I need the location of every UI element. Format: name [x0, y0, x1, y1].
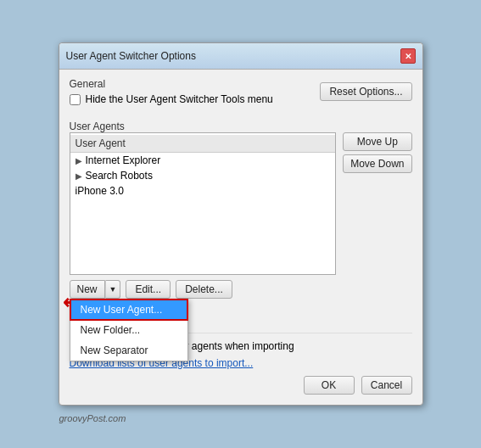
hide-tools-checkbox[interactable] — [70, 94, 81, 105]
list-item[interactable]: ▶ Internet Explorer — [70, 153, 336, 168]
user-agents-label: User Agents — [70, 120, 125, 132]
hide-tools-label: Hide the User Agent Switcher Tools menu — [86, 93, 273, 105]
move-down-button[interactable]: Move Down — [343, 154, 411, 173]
dialog-window: User Agent Switcher Options ✕ General Hi… — [59, 42, 423, 406]
general-label: General — [70, 78, 106, 90]
new-folder-item[interactable]: New Folder... — [70, 320, 187, 340]
new-dropdown-menu: New User Agent... New Folder... New Sepa… — [70, 299, 188, 361]
hide-tools-row: Hide the User Agent Switcher Tools menu — [70, 93, 273, 105]
user-agents-section: User Agents User Agent ▶ Internet Explor… — [70, 120, 412, 324]
bottom-row: New ▼ New User Agent... New Folder... Ne… — [70, 280, 412, 299]
new-user-agent-item[interactable]: New User Agent... — [70, 300, 187, 320]
title-bar: User Agent Switcher Options ✕ — [59, 43, 422, 70]
list-item[interactable]: iPhone 3.0 — [70, 183, 336, 199]
agents-list-wrapper: User Agent ▶ Internet Explorer ▶ Search … — [70, 132, 337, 275]
agents-container: User Agent ▶ Internet Explorer ▶ Search … — [70, 132, 412, 275]
dialog-body: General Hide the User Agent Switcher Too… — [59, 70, 422, 405]
new-separator-item[interactable]: New Separator — [70, 340, 187, 361]
list-item[interactable]: ▶ Search Robots — [70, 168, 336, 183]
actions-area: ⟵ New ▼ New User Agent... New Folder... … — [70, 280, 412, 324]
watermark: groovyPost.com — [59, 413, 126, 423]
agents-list: User Agent ▶ Internet Explorer ▶ Search … — [70, 132, 337, 275]
agent-item-label: iPhone 3.0 — [76, 185, 124, 197]
close-button[interactable]: ✕ — [400, 48, 416, 64]
new-split-button: New ▼ — [70, 280, 121, 299]
reset-options-button[interactable]: Reset Options... — [320, 82, 411, 101]
general-section: General Hide the User Agent Switcher Too… — [70, 78, 412, 112]
agent-item-label: Search Robots — [86, 170, 153, 182]
new-dropdown-arrow-button[interactable]: ▼ — [105, 280, 121, 299]
cancel-button[interactable]: Cancel — [361, 376, 412, 395]
edit-button[interactable]: Edit... — [126, 280, 171, 299]
dialog-title: User Agent Switcher Options — [66, 50, 196, 62]
move-up-button[interactable]: Move Up — [343, 132, 411, 151]
side-buttons: Move Up Move Down — [343, 132, 411, 173]
list-header: User Agent — [70, 135, 336, 153]
agent-item-label: Internet Explorer — [86, 154, 161, 166]
expand-arrow-icon: ▶ — [76, 171, 82, 181]
ok-cancel-row: OK Cancel — [70, 376, 412, 395]
delete-button[interactable]: Delete... — [176, 280, 232, 299]
expand-arrow-icon: ▶ — [76, 156, 82, 165]
ok-button[interactable]: OK — [304, 376, 355, 395]
new-main-button[interactable]: New — [70, 280, 105, 299]
new-button-wrapper: New ▼ New User Agent... New Folder... Ne… — [70, 280, 121, 299]
